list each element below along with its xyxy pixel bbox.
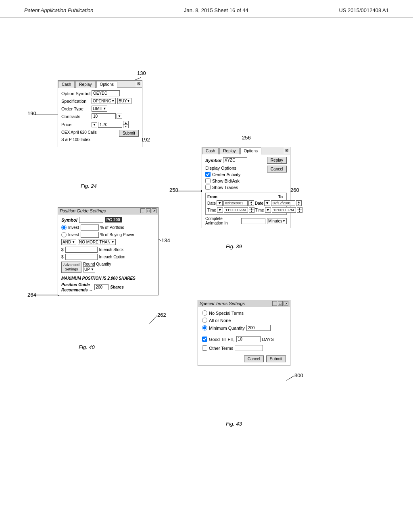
- option-symbol-row: Option Symbol: [61, 90, 139, 96]
- price-input[interactable]: [98, 122, 122, 128]
- center-activity-checkbox[interactable]: [205, 172, 211, 177]
- option-symbol-input[interactable]: [92, 90, 120, 96]
- invest-buyingpower-input[interactable]: [81, 232, 99, 238]
- order-type-select[interactable]: LIMIT ▼: [92, 106, 107, 112]
- show-bid-ask-checkbox[interactable]: [205, 178, 211, 183]
- price-stepper[interactable]: ▲ ▼: [123, 121, 129, 128]
- maximize-button-43[interactable]: □: [278, 301, 283, 306]
- fig43-caption: Fig. 43: [226, 421, 242, 427]
- to-time-input[interactable]: [272, 207, 296, 213]
- cancel-button-39[interactable]: Cancel: [267, 166, 287, 172]
- option-amount-row: $ In each Option: [61, 254, 155, 260]
- from-time-select[interactable]: ▼: [217, 207, 223, 213]
- cancel-button-43[interactable]: Cancel: [244, 355, 264, 362]
- complete-animation-input[interactable]: [241, 218, 265, 224]
- other-terms-checkbox[interactable]: [202, 345, 207, 351]
- stepper-down[interactable]: ▼: [249, 203, 254, 206]
- to-time-stepper[interactable]: ▲ ▼: [297, 207, 302, 213]
- show-bid-ask-row: Show Bid/Ask: [205, 178, 240, 183]
- tab-options-39[interactable]: Options: [240, 148, 261, 154]
- fig43-titlebar: Special Terms Settings _ □ ✕: [198, 300, 290, 307]
- from-date-input[interactable]: [223, 200, 248, 206]
- all-or-none-radio[interactable]: [202, 318, 207, 323]
- tab-options[interactable]: Options: [96, 81, 117, 88]
- stepper-down[interactable]: ▼: [296, 203, 301, 206]
- header-publication: Patent Application Publication: [24, 7, 94, 13]
- close-button-40[interactable]: ✕: [152, 208, 156, 213]
- min-qty-input[interactable]: [246, 325, 271, 331]
- label-190: 190: [27, 110, 36, 116]
- no-more-than-select[interactable]: NO MORE THAN ▼: [78, 239, 116, 245]
- stepper-down[interactable]: ▼: [297, 210, 302, 212]
- to-date-select[interactable]: ▼: [264, 200, 270, 206]
- advanced-settings-button[interactable]: Advanced Settings: [61, 262, 81, 273]
- fig43-dialog: Special Terms Settings _ □ ✕ No Special …: [198, 300, 290, 366]
- from-time-input[interactable]: [224, 207, 248, 213]
- symbol-input[interactable]: [223, 157, 247, 163]
- fig40-body: Symbol PG 200 Invest % of Portfolio Inve…: [58, 214, 158, 295]
- fig40-dialog: Position Guide Settings _ □ ✕ Symbol PG …: [58, 207, 159, 295]
- option-amount-input[interactable]: [65, 254, 98, 260]
- good-till-days-input[interactable]: [236, 336, 261, 342]
- no-special-terms-radio[interactable]: [202, 310, 207, 316]
- tab-cash[interactable]: Cash: [58, 81, 75, 88]
- and-select[interactable]: AND ▼: [61, 239, 76, 245]
- footer-line1: OEX April 620 Calls: [61, 130, 97, 135]
- invest-buyingpower-radio[interactable]: [61, 232, 67, 237]
- recommends-label: Position GuideRecommends →: [61, 282, 93, 293]
- order-type-row: Order Type LIMIT ▼: [61, 106, 139, 112]
- close-button[interactable]: ⊠: [136, 81, 142, 87]
- close-button-39[interactable]: ⊠: [284, 147, 290, 154]
- symbol-input-40[interactable]: [79, 217, 103, 223]
- show-trades-checkbox[interactable]: [205, 185, 211, 190]
- label-258: 258: [169, 187, 178, 193]
- fig39-caption: Fig. 39: [226, 243, 242, 249]
- good-till-fill-checkbox[interactable]: [202, 337, 207, 342]
- submit-button[interactable]: Submit: [119, 130, 139, 137]
- stepper-up[interactable]: ▲: [123, 121, 128, 125]
- round-qty-select[interactable]: UP ▼: [83, 266, 95, 272]
- min-qty-radio[interactable]: [202, 325, 207, 330]
- from-to-section: From To Date ▼ ▲ ▼ Date ▼ ▲: [205, 193, 287, 215]
- tab-cash-39[interactable]: Cash: [202, 148, 219, 154]
- to-date-stepper[interactable]: ▲ ▼: [296, 200, 302, 206]
- footer-text: OEX April 620 Calls S & P 100 Index: [61, 130, 97, 144]
- chevron-down-icon: ▼: [91, 268, 94, 271]
- spec-buy-select[interactable]: BUY ▼: [117, 98, 131, 104]
- minutes-select[interactable]: Minutes ▼: [267, 218, 287, 224]
- stepper-down[interactable]: ▼: [123, 125, 128, 128]
- stepper-down[interactable]: ▼: [249, 210, 254, 212]
- from-date-select[interactable]: ▼: [217, 200, 223, 206]
- invest-portfolio-input[interactable]: [81, 224, 99, 231]
- display-options-label: Display Options: [205, 166, 240, 170]
- rec-input[interactable]: [94, 284, 108, 290]
- from-date-stepper[interactable]: ▲ ▼: [248, 200, 254, 206]
- price-label: Price: [61, 122, 92, 127]
- label-262: 262: [157, 312, 166, 318]
- minimize-button[interactable]: _: [140, 208, 145, 213]
- from-header: From: [207, 195, 245, 199]
- chevron-down-icon: ▼: [93, 123, 96, 127]
- replay-button[interactable]: Replay: [267, 157, 287, 164]
- contracts-input[interactable]: [92, 113, 116, 119]
- invest-row-2: Invest % of Buying Power: [61, 232, 155, 238]
- tab-replay-39[interactable]: Replay: [219, 148, 239, 154]
- stock-amount-input[interactable]: [65, 247, 98, 253]
- minimize-button-43[interactable]: _: [272, 301, 277, 306]
- other-terms-input[interactable]: [235, 345, 263, 351]
- invest-portfolio-radio[interactable]: [61, 225, 67, 230]
- close-button-43[interactable]: ✕: [284, 301, 288, 306]
- maximize-button[interactable]: □: [146, 208, 151, 213]
- from-time-stepper[interactable]: ▲ ▼: [249, 207, 254, 213]
- submit-button-43[interactable]: Submit: [266, 355, 286, 362]
- price-down-select[interactable]: ▼: [92, 122, 97, 127]
- page-content: 130 190 192 Cash Replay Options ⊠ Option…: [0, 18, 413, 517]
- to-date-input[interactable]: [271, 200, 295, 206]
- tab-replay[interactable]: Replay: [75, 81, 95, 88]
- contracts-select[interactable]: ▼: [117, 114, 122, 119]
- label-192: 192: [141, 137, 150, 143]
- to-time-select[interactable]: ▼: [265, 207, 271, 213]
- center-activity-row: Center Activity: [205, 172, 240, 177]
- label-260: 260: [290, 187, 299, 193]
- spec-opening-select[interactable]: OPENING ▼: [92, 98, 116, 104]
